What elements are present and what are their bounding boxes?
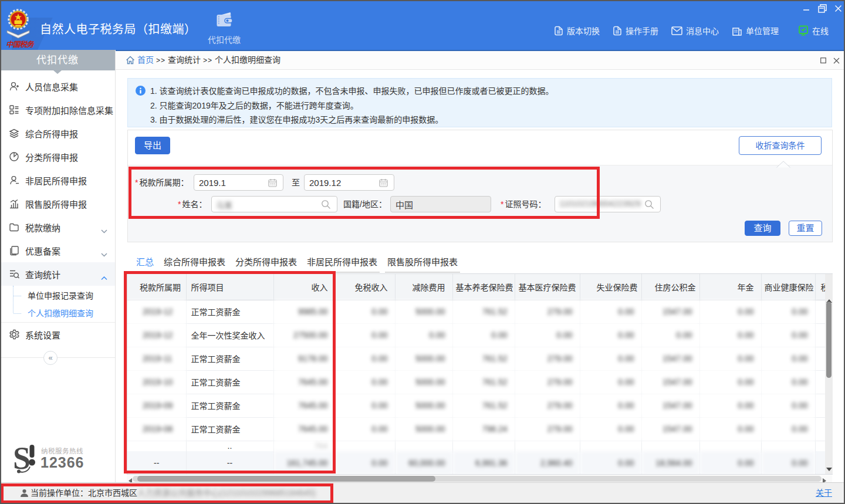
- svg-text:中国税务: 中国税务: [6, 40, 35, 49]
- svg-text:12366: 12366: [40, 454, 84, 471]
